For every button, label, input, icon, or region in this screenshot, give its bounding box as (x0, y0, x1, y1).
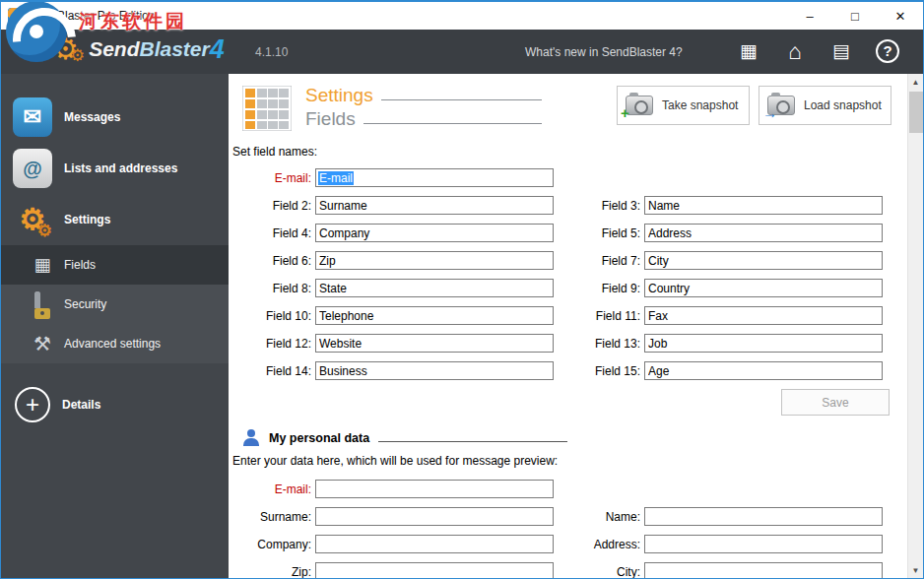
personal-input[interactable] (315, 507, 554, 526)
sidebar-item-lists[interactable]: @ Lists and addresses (1, 143, 229, 194)
personal-row-email: E-mail: (229, 480, 907, 498)
personal-email-input[interactable] (315, 480, 554, 498)
personal-label: Surname: (229, 510, 311, 524)
plus-circle-icon: + (15, 387, 50, 422)
personal-label-email: E-mail: (229, 482, 311, 496)
field-label: Field 15: (554, 364, 640, 378)
field-row: Field 4: Field 5: (229, 224, 907, 242)
field-input[interactable] (644, 251, 883, 270)
save-button[interactable]: Save (781, 389, 890, 416)
sidebar-item-settings[interactable]: ⚙ ⚙ Settings (1, 194, 229, 245)
close-button[interactable]: ✕ (878, 2, 923, 30)
field-input[interactable] (315, 224, 554, 242)
window-title: SendBlaster Pro Edition (30, 9, 155, 23)
field-input[interactable] (644, 334, 883, 353)
field-input[interactable] (315, 196, 554, 215)
sidebar-item-details[interactable]: + Details (1, 387, 229, 422)
fields-grid-icon: ▦ (31, 254, 54, 276)
field-row: Field 6: Field 7: (229, 251, 907, 270)
fields-table-icon (242, 86, 292, 131)
maximize-button[interactable]: □ (832, 2, 878, 30)
field-input[interactable] (315, 279, 554, 297)
field-row: Field 12: Field 13: (229, 334, 907, 353)
personal-label: Zip: (229, 565, 311, 579)
sendblaster-logo: ⚙ ⚙ Send Blaster 4 (52, 32, 225, 66)
gear-icon: ⚙ (70, 47, 85, 64)
scroll-up-icon[interactable]: ▲ (908, 74, 923, 90)
field-input[interactable] (644, 224, 883, 242)
page-titles: Settings Fields (305, 84, 542, 131)
field-label: Field 14: (229, 364, 311, 378)
field-input[interactable] (315, 306, 554, 325)
personal-input[interactable] (644, 562, 883, 578)
take-snapshot-button[interactable]: + Take snapshot (617, 86, 750, 125)
calendar-icon[interactable]: ▦ (737, 38, 760, 64)
field-label: Field 5: (554, 226, 640, 240)
field-row-email: E-mail: E-mail (229, 168, 907, 187)
person-icon (242, 429, 260, 446)
sidebar-subitem-advanced[interactable]: ⚒ Advanced settings (1, 324, 229, 363)
personal-input[interactable] (644, 535, 883, 553)
logo-text-four: 4 (210, 32, 225, 66)
scrollbar-thumb[interactable] (909, 92, 923, 133)
set-field-names-label: Set field names: (232, 145, 907, 159)
field-input[interactable] (644, 196, 883, 215)
settings-submenu: ▦ Fields Security ⚒ Advanced settings (1, 245, 229, 363)
logo-text-send: Send (89, 32, 139, 66)
field-input[interactable] (644, 279, 883, 297)
take-snapshot-label: Take snapshot (662, 98, 738, 112)
sidebar: ✉ Messages @ Lists and addresses ⚙ ⚙ Set… (1, 74, 229, 578)
field-label: Field 6: (229, 254, 311, 268)
field-row: Field 14: Field 15: (229, 361, 907, 380)
personal-input[interactable] (644, 507, 883, 526)
whats-new-link[interactable]: What's new in SendBlaster 4? (525, 45, 683, 59)
film-icon[interactable]: ▤ (829, 38, 853, 64)
field-input[interactable] (315, 361, 554, 380)
personal-data-hint: Enter your data here, which will be used… (232, 454, 907, 468)
gears-icon: ⚙ ⚙ (13, 200, 52, 239)
app-header: ⚙ ⚙ Send Blaster 4 4.1.10 What's new in … (1, 30, 923, 74)
scroll-down-icon[interactable]: ▼ (908, 562, 923, 578)
field-input[interactable] (644, 306, 883, 325)
home-icon[interactable]: ⌂ (783, 38, 807, 64)
personal-input[interactable] (315, 535, 554, 553)
help-icon[interactable]: ? (876, 39, 899, 63)
field-label: Field 13: (554, 337, 640, 351)
field-label: Field 2: (229, 199, 311, 213)
field-input[interactable] (315, 251, 554, 270)
field-label: Field 4: (229, 226, 311, 240)
app-icon (8, 8, 24, 24)
sidebar-item-messages[interactable]: ✉ Messages (1, 92, 229, 143)
logo-text-blaster: Blaster (140, 32, 210, 66)
personal-input[interactable] (315, 562, 554, 578)
email-field-input[interactable]: E-mail (315, 168, 554, 187)
field-label: Field 9: (554, 282, 640, 295)
sidebar-subitem-label: Fields (64, 258, 96, 272)
sidebar-subitem-fields[interactable]: ▦ Fields (1, 245, 229, 285)
page-subtitle: Fields (305, 108, 356, 130)
sidebar-subitem-security[interactable]: Security (1, 285, 229, 324)
personal-row: Surname: Name: (229, 507, 907, 526)
field-label: Field 12: (229, 337, 311, 351)
sidebar-item-label: Lists and addresses (64, 161, 177, 175)
field-input[interactable] (644, 361, 883, 380)
sidebar-subitem-label: Advanced settings (64, 337, 161, 351)
personal-data-form: E-mail: Surname: Name: Company: Address:… (229, 480, 907, 578)
personal-label: Name: (554, 510, 640, 524)
field-label: Field 8: (229, 282, 311, 295)
page-header: Settings Fields + Take snapshot → Load s… (229, 74, 907, 139)
load-snapshot-button[interactable]: → Load snapshot (759, 86, 891, 125)
personal-label: City: (554, 565, 640, 579)
plus-badge-icon: + (621, 106, 629, 120)
window-controls: – □ ✕ (787, 2, 923, 30)
sidebar-subitem-label: Security (64, 297, 106, 311)
field-input[interactable] (315, 334, 554, 353)
minimize-button[interactable]: – (787, 2, 832, 30)
header-icons: ▦ ⌂ ▤ ? (737, 38, 899, 64)
field-label-email: E-mail: (229, 171, 311, 185)
camera-plus-icon: + (626, 96, 653, 115)
field-row: Field 2: Field 3: (229, 196, 907, 215)
at-icon: @ (13, 149, 52, 188)
vertical-scrollbar[interactable]: ▲ ▼ (907, 74, 923, 578)
personal-row: Zip: City: (229, 562, 907, 578)
